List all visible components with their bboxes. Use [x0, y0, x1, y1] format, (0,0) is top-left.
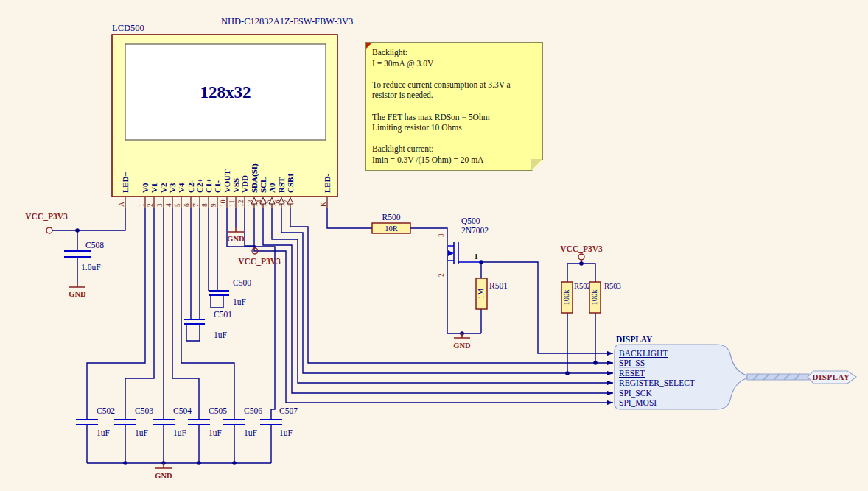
note-line: Backlight: [372, 47, 536, 58]
designator: C505 [209, 406, 227, 415]
capacitor-c502[interactable] [76, 420, 98, 425]
harness-signal-backlight[interactable]: BACKLIGHT [619, 349, 668, 358]
designator: C502 [97, 406, 115, 415]
pin-number: 11 [228, 200, 236, 207]
lcd-component[interactable]: 128x32 LCD500 NHD-C12832A1Z-FSW-FBW-3V3 … [112, 16, 353, 208]
pin-name: CSB1 [286, 173, 295, 193]
display-harness[interactable]: DISPLAY BACKLIGHT SPI_SS RESET REGISTER_… [607, 335, 856, 409]
net-label-vcc: VCC_P3V3 [25, 212, 68, 221]
pin-name: V4 [177, 183, 186, 193]
mosfet-arrow-icon [448, 250, 454, 256]
designator: R500 [382, 213, 401, 222]
value: 1uF [173, 428, 186, 437]
resistors[interactable]: 10R R500 1M R501 100k R502 100k R503 [372, 213, 621, 313]
capacitor-c503[interactable] [114, 420, 136, 425]
designator: R503 [604, 282, 621, 290]
note-line: Limiting resistor 10 Ohms [372, 122, 536, 133]
note-line: To reduce current consumption at 3.3V a [372, 80, 536, 91]
pin-number-drain: 3 [438, 233, 445, 237]
pin-number: 4 [165, 203, 172, 207]
pin-name: C1+ [204, 178, 213, 193]
note-line: I = 30mA @ 3.0V [372, 58, 536, 69]
designator: R501 [489, 281, 508, 290]
net-label-gnd: GND [69, 290, 86, 298]
harness-title: DISPLAY [616, 335, 653, 344]
pin-number: 16 [274, 199, 281, 207]
harness-signal-spi-sck[interactable]: SPI_SCK [619, 389, 652, 398]
capacitor-c505[interactable] [188, 420, 210, 425]
pin-number: A [118, 202, 125, 207]
lcd-pin-numbers: A 1 2 3 4 5 6 7 8 9 10 11 12 13 14 15 16… [118, 199, 327, 207]
value: 1uF [97, 428, 110, 437]
pin-name: RST [277, 177, 286, 193]
harness-signal-spi-ss[interactable]: SPI_SS [619, 358, 645, 367]
pin-number: 17 [283, 199, 290, 207]
pin-name: LED- [323, 173, 332, 193]
capacitor-c507[interactable] [260, 420, 282, 425]
capacitor-c504[interactable] [153, 420, 175, 425]
pin-name: A0 [267, 183, 276, 193]
value: 10R [385, 225, 398, 233]
net-label-vcc: VCC_P3V3 [560, 244, 603, 253]
designator: C504 [173, 406, 192, 415]
pin-number: 9 [210, 203, 217, 207]
capacitor-c500[interactable] [209, 291, 229, 295]
net-label-gnd: GND [453, 342, 471, 350]
capacitor-symbols[interactable] [64, 251, 282, 425]
value: 100k [562, 289, 570, 305]
pin-name: V2 [159, 183, 168, 193]
schematic-canvas: 128x32 LCD500 NHD-C12832A1Z-FSW-FBW-3V3 … [0, 0, 868, 491]
pin-number: 2 [147, 203, 154, 207]
lcd-part-number[interactable]: NHD-C12832A1Z-FSW-FBW-3V3 [221, 16, 353, 27]
value: 1uF [209, 428, 222, 437]
harness-signal-spi-mosi[interactable]: SPI_MOSI [619, 398, 657, 407]
pin-name: SCL [259, 177, 267, 193]
sticky-note[interactable]: Backlight: I = 30mA @ 3.0V To reduce cur… [365, 42, 543, 171]
designator: C503 [135, 406, 153, 415]
designator: C507 [279, 406, 298, 415]
pin-number: 3 [156, 203, 164, 207]
pin-name: C1- [213, 180, 222, 193]
pin-name: C2+ [195, 178, 204, 193]
note-line: The FET has max RDSon = 5Ohm [372, 112, 536, 123]
lcd-designator[interactable]: LCD500 [112, 23, 144, 33]
harness-signal-register-select[interactable]: REGISTER_SELECT [619, 378, 695, 387]
pin-name: V0 [141, 183, 150, 193]
pin-number: 14 [256, 199, 263, 207]
wires [52, 208, 613, 463]
pin-number-gate: 1 [474, 252, 477, 261]
pin-name: LED+ [121, 172, 130, 193]
harness-entry-arrow-icons [607, 351, 613, 405]
capacitor-c506[interactable] [223, 420, 245, 425]
capacitor-c508[interactable] [64, 251, 91, 257]
net-label-gnd: GND [227, 235, 245, 243]
designator: C501 [214, 310, 232, 319]
pin-name: VOUT [223, 169, 231, 193]
pin-number: 8 [201, 203, 209, 207]
note-line: resistor is needed. [372, 90, 536, 101]
pin-number: 15 [265, 199, 272, 207]
note-line: Backlight current: [372, 144, 536, 155]
harness-signal-reset[interactable]: RESET [619, 369, 645, 378]
value: 1M [477, 288, 485, 299]
designator: R502 [574, 282, 591, 290]
vcc-port-icon[interactable] [578, 254, 584, 260]
designator: Q500 [461, 216, 480, 225]
value: 1uF [135, 428, 148, 437]
note-line [372, 101, 536, 112]
pin-name: V3 [168, 183, 177, 193]
pin-number: 13 [247, 199, 254, 207]
value: 1uF [244, 428, 257, 437]
pin-number: 5 [174, 203, 181, 207]
pin-name: VDD [240, 175, 249, 193]
note-line [372, 133, 536, 144]
designator: C506 [244, 406, 262, 415]
pin-number: 6 [183, 203, 191, 207]
designator: C508 [85, 241, 104, 250]
vcc-port-icon[interactable] [46, 227, 52, 233]
pin-number: 12 [237, 199, 245, 207]
power-ports[interactable]: VCC_P3V3 VCC_P3V3 VCC_P3V3 GND GND GND G… [25, 212, 603, 480]
note-line [372, 68, 536, 80]
net-label-vcc: VCC_P3V3 [238, 257, 281, 266]
capacitor-c501[interactable] [184, 319, 205, 324]
